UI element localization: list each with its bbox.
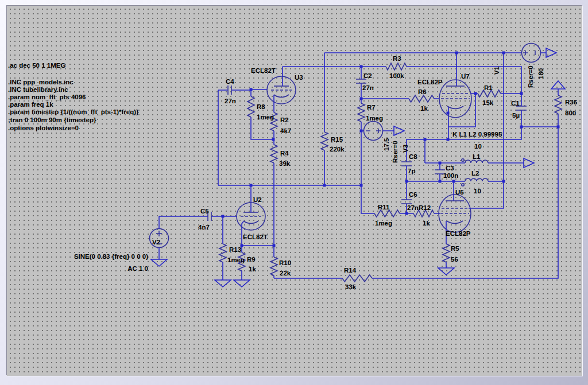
value-r1[interactable]: 15k: [482, 99, 494, 106]
schematic-canvas[interactable]: .ac dec 50 1 1MEG.INC ppp_models.inc.INC…: [7, 6, 582, 376]
net-flag-r36-top[interactable]: [551, 81, 565, 89]
value-r10[interactable]: 22k: [280, 270, 291, 277]
label-r2[interactable]: R2: [280, 116, 289, 123]
value-r14[interactable]: 33k: [345, 283, 357, 290]
directive-param-freq[interactable]: .param freq 1k: [8, 101, 53, 108]
value-r3[interactable]: 100k: [389, 72, 404, 79]
value-c3[interactable]: 100n: [443, 172, 458, 179]
value-v3-rser[interactable]: Rser=0: [392, 141, 399, 163]
ground-symbol-R5[interactable]: [438, 268, 454, 275]
label-u7[interactable]: U7: [461, 73, 470, 80]
label-u3-type[interactable]: ECL82T: [251, 67, 276, 74]
value-r13[interactable]: 1meg: [227, 256, 245, 263]
label-r15[interactable]: R15: [331, 136, 343, 143]
inductor-L2[interactable]: [462, 178, 488, 186]
value-r7[interactable]: 1meg: [366, 115, 383, 122]
value-r4[interactable]: 39k: [279, 160, 291, 167]
value-v1-rser[interactable]: Rser=0: [527, 65, 534, 88]
value-l2[interactable]: 10: [474, 188, 481, 195]
resistor-R3[interactable]: [386, 63, 407, 70]
net-flag-v3-out[interactable]: [394, 126, 404, 135]
label-c1[interactable]: C1: [511, 100, 520, 107]
voltage-source-V1[interactable]: [522, 44, 541, 63]
label-c2[interactable]: C2: [363, 72, 372, 79]
label-c8[interactable]: C8: [409, 153, 417, 160]
label-r9[interactable]: R9: [247, 256, 256, 263]
tube-U3[interactable]: [267, 76, 296, 104]
directive-ac[interactable]: .ac dec 50 1 1MEG: [8, 62, 65, 69]
value-c2[interactable]: 27n: [362, 84, 374, 91]
tube-U7[interactable]: [439, 80, 471, 118]
label-v1[interactable]: V1: [493, 66, 500, 75]
label-r7[interactable]: R7: [367, 104, 376, 111]
label-u7-type[interactable]: ECL82P: [417, 79, 443, 85]
capacitor-C6[interactable]: [401, 200, 412, 204]
schematic-drawing[interactable]: .ac dec 50 1 1MEG.INC ppp_models.inc.INC…: [7, 6, 582, 376]
value-r8[interactable]: 1meg: [257, 114, 274, 120]
label-r12[interactable]: R12: [419, 204, 431, 211]
label-u5-type[interactable]: ECL82P: [446, 230, 471, 237]
directive-inc-tube[interactable]: .INC tubelibrary.inc: [8, 86, 68, 93]
capacitor-C4[interactable]: [228, 85, 231, 95]
resistor-R15[interactable]: [321, 132, 328, 150]
resistor-R11[interactable]: [374, 210, 400, 217]
text-coupling[interactable]: K L1 L2 0.99995: [452, 131, 502, 138]
label-c3[interactable]: C3: [446, 165, 454, 172]
ground-symbol-R13[interactable]: [215, 280, 231, 287]
text-v2-sine[interactable]: SINE(0 0.83 {freq} 0 0 0): [74, 253, 148, 260]
value-c4[interactable]: 27n: [225, 98, 236, 104]
tube-U5[interactable]: [439, 195, 471, 232]
value-r2[interactable]: 4k7: [280, 127, 291, 134]
directive-param-timestep[interactable]: .param timestep {1/((num_fft_pts-1)*freq…: [8, 108, 139, 115]
label-u2-type[interactable]: ECL82T: [243, 234, 268, 240]
value-r15[interactable]: 220k: [330, 146, 345, 153]
value-c8[interactable]: 7p: [408, 168, 415, 174]
resistor-R5[interactable]: [443, 244, 450, 262]
label-u2[interactable]: U2: [253, 196, 262, 203]
label-r14[interactable]: R14: [344, 267, 357, 274]
resistor-R36[interactable]: [555, 95, 562, 114]
wires[interactable]: [159, 53, 558, 280]
net-flag-v1-out[interactable]: [546, 48, 556, 57]
label-r10[interactable]: R10: [279, 259, 291, 266]
value-r6[interactable]: 1k: [420, 105, 428, 112]
capacitor-C1[interactable]: [516, 106, 527, 110]
directive-inc-ppp[interactable]: .INC ppp_models.inc: [8, 79, 74, 85]
label-c6[interactable]: C6: [409, 191, 417, 198]
resistor-R6[interactable]: [409, 95, 434, 102]
value-r12[interactable]: 1k: [423, 220, 430, 227]
label-r13[interactable]: R13: [229, 246, 241, 253]
label-r8[interactable]: R8: [257, 103, 265, 110]
label-u5[interactable]: U5: [455, 189, 464, 196]
resistor-R10[interactable]: [270, 257, 277, 275]
label-r4[interactable]: R4: [280, 150, 289, 157]
value-c6[interactable]: 27n: [407, 204, 419, 211]
label-r3[interactable]: R3: [393, 55, 401, 62]
value-c1[interactable]: 5µ: [512, 112, 520, 119]
label-r5[interactable]: R5: [451, 245, 459, 252]
resistor-R4[interactable]: [270, 145, 277, 163]
value-c5[interactable]: 4n7: [198, 224, 210, 231]
label-u3[interactable]: U3: [295, 74, 303, 81]
label-r36[interactable]: R36: [565, 99, 577, 106]
label-l1[interactable]: L1: [473, 153, 481, 160]
directive-options[interactable]: .options plotwinsize=0: [8, 125, 79, 131]
label-r6[interactable]: R6: [418, 88, 427, 95]
ground-symbol-V2[interactable]: [151, 259, 167, 266]
directive-tran[interactable]: ;tran 0 100m 90m {timestep}: [8, 116, 96, 123]
label-c4[interactable]: C4: [226, 78, 234, 85]
text-v2-ac[interactable]: AC 1 0: [127, 265, 148, 272]
value-r36[interactable]: 800: [565, 110, 576, 116]
voltage-source-V3[interactable]: [364, 122, 383, 141]
label-c5[interactable]: C5: [200, 208, 209, 215]
directive-param-fft[interactable]: .param num_fft_pts 4096: [8, 94, 86, 100]
value-r9[interactable]: 1k: [249, 266, 256, 273]
label-v3[interactable]: V3: [402, 145, 409, 153]
net-flag-output[interactable]: [524, 158, 534, 168]
ground-symbol-R9[interactable]: [234, 280, 250, 287]
label-r11[interactable]: R11: [378, 204, 390, 211]
capacitor-C2[interactable]: [356, 79, 366, 83]
value-v1[interactable]: 180: [537, 68, 544, 79]
label-l2[interactable]: L2: [471, 170, 479, 177]
resistor-R14[interactable]: [342, 275, 372, 282]
